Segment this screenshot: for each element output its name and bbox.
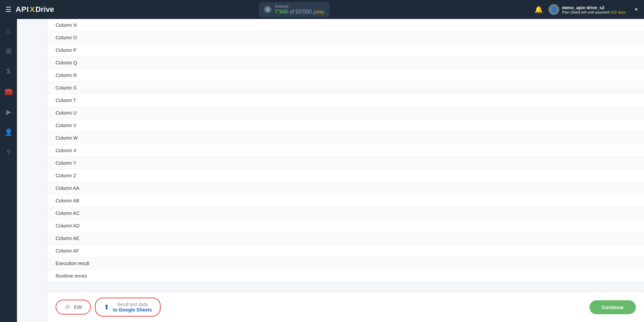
user-name: demo_apix-drive_s2 [562, 5, 626, 10]
avatar: 👤 [548, 4, 559, 15]
column-row: Column R [47, 69, 644, 82]
user-details: demo_apix-drive_s2 Plan |Start| left unt… [562, 5, 626, 14]
column-row: Column U [47, 107, 644, 119]
header-right: 🔔 👤 demo_apix-drive_s2 Plan |Start| left… [535, 4, 639, 15]
send-test-text: Send test datato Google Sheets [113, 302, 152, 313]
sidebar-item-home[interactable]: ⌂ [2, 24, 15, 37]
column-row: Column Q [47, 57, 644, 69]
column-row: Column S [47, 82, 644, 94]
column-row: Column AC [47, 207, 644, 220]
logo-drive-text: Drive [35, 5, 54, 14]
column-row: Column W [47, 132, 644, 144]
action-bar: ✏ Edit ⬆ Send test datato Google Sheets … [47, 292, 644, 322]
column-row: Column V [47, 119, 644, 132]
column-row: Column O [47, 32, 644, 44]
left-spacer [17, 19, 47, 322]
actions-of: of 50'000 [289, 9, 313, 15]
columns-scroll-area: Column NColumn OColumn PColumn QColumn R… [47, 19, 644, 292]
upload-icon: ⬆ [104, 303, 109, 311]
right-content: Column NColumn OColumn PColumn QColumn R… [47, 19, 644, 322]
column-row: Column AF [47, 245, 644, 257]
column-row: Column P [47, 44, 644, 57]
hamburger-menu[interactable]: ☰ [5, 5, 12, 14]
actions-used: 7'945 [275, 9, 288, 15]
bell-icon[interactable]: 🔔 [535, 5, 543, 14]
logo-x-text: X [30, 5, 35, 14]
user-info: 👤 demo_apix-drive_s2 Plan |Start| left u… [548, 4, 626, 15]
header-left: ☰ API X Drive [5, 5, 54, 14]
column-row: Column Z [47, 169, 644, 182]
logo: API X Drive [16, 5, 54, 14]
edit-button[interactable]: ✏ Edit [56, 300, 91, 315]
edit-pencil-icon: ✏ [64, 304, 71, 310]
column-row: Column AB [47, 195, 644, 207]
column-row: Column AA [47, 182, 644, 195]
actions-label: Actions: [275, 4, 324, 9]
column-row: Column T [47, 94, 644, 107]
column-row: Execution result [47, 257, 644, 270]
sidebar-item-help[interactable]: ? [2, 146, 15, 159]
logo-api-text: API [16, 5, 29, 14]
header-center: i Actions: 7'945 of 50'000 (16%) [59, 2, 529, 17]
column-row: Column AD [47, 220, 644, 232]
sidebar-item-media[interactable]: ▶ [2, 106, 15, 118]
info-icon: i [264, 6, 271, 13]
actions-text: Actions: 7'945 of 50'000 (16%) [275, 4, 324, 15]
column-row: Column X [47, 144, 644, 157]
sidebar-item-tools[interactable]: 🧰 [2, 85, 15, 98]
sidebar: ⌂⊞$🧰▶👤? [0, 19, 17, 322]
chevron-down-icon[interactable]: ▼ [634, 7, 639, 12]
sidebar-item-billing[interactable]: $ [2, 65, 15, 77]
sidebar-item-dashboard[interactable]: ⊞ [2, 45, 15, 57]
column-row: Column Y [47, 157, 644, 169]
user-plan: Plan |Start| left until payment 102 days [562, 10, 626, 14]
columns-list: Column NColumn OColumn PColumn QColumn R… [47, 19, 644, 282]
column-row: Column AE [47, 232, 644, 245]
edit-label: Edit [74, 304, 82, 310]
main-layout: ⌂⊞$🧰▶👤? Column NColumn OColumn PColumn Q… [0, 19, 644, 322]
header: ☰ API X Drive i Actions: 7'945 of 50'000… [0, 0, 644, 19]
continue-button[interactable]: Continue [589, 300, 636, 314]
actions-pct: (16%) [313, 10, 324, 15]
actions-badge: i Actions: 7'945 of 50'000 (16%) [259, 2, 329, 17]
column-row: Column N [47, 19, 644, 32]
column-row: Runtime errors [47, 270, 644, 282]
sidebar-item-account[interactable]: 👤 [2, 126, 15, 138]
send-test-button[interactable]: ⬆ Send test datato Google Sheets [95, 298, 161, 317]
actions-value: 7'945 of 50'000 (16%) [275, 9, 324, 15]
